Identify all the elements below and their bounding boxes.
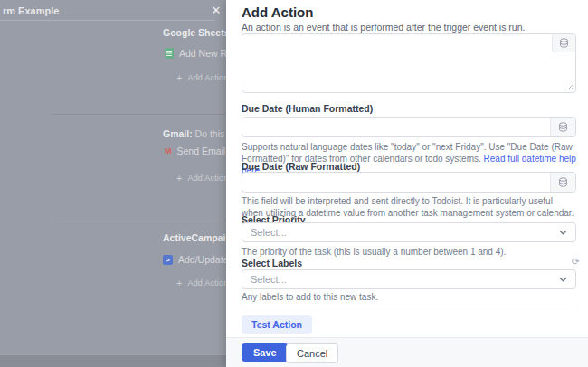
select-labels-label: Select Labels — [242, 258, 302, 268]
app-name: Google Sheets: — [163, 27, 228, 38]
due-date-human-label: Due Date (Human Formatted) — [242, 103, 373, 114]
step-label: Send Email — [177, 146, 226, 156]
plus-icon: + — [176, 72, 182, 83]
add-action-label: Add Action — [187, 278, 228, 287]
titlebar-divider — [0, 20, 214, 21]
workflow-step-add-update-contact[interactable]: > Add/Update Conta — [163, 254, 228, 265]
due-date-human-input[interactable] — [242, 118, 550, 136]
panel-footer: Save Cancel — [226, 337, 588, 367]
resize-handle-icon[interactable] — [567, 84, 574, 90]
due-date-human-field — [242, 117, 576, 137]
add-action-label: Add Action — [187, 73, 228, 82]
database-icon — [558, 122, 568, 132]
close-icon[interactable]: ✕ — [208, 3, 224, 19]
gmail-icon: M — [165, 146, 172, 155]
app-mode: Do this — [195, 128, 225, 139]
workflow-app-gmail: Gmail: Do this — [163, 128, 224, 139]
app-name: Gmail: — [163, 128, 193, 139]
refresh-icon[interactable]: ⟳ — [572, 257, 580, 266]
step-label: Add New Row — [179, 48, 228, 59]
google-sheets-icon — [165, 48, 174, 59]
plus-icon: + — [176, 173, 182, 184]
due-date-raw-field — [242, 172, 576, 193]
add-action-label: Add Action — [187, 174, 228, 183]
workflow-app-google-sheets: Google Sheets: Do t — [163, 27, 228, 38]
database-icon — [559, 38, 569, 48]
add-action-button-activecampaign[interactable]: + Add Action — [176, 278, 228, 288]
panel-subtitle: An action is an event that is performed … — [242, 22, 525, 33]
chevron-down-icon — [559, 230, 567, 235]
select-labels-dropdown[interactable]: Select... — [242, 269, 576, 289]
add-action-panel: Add Action An action is an event that is… — [226, 0, 588, 367]
select-labels-help: Any labels to add to this new task. — [242, 291, 576, 303]
test-action-button[interactable]: Test Action — [242, 315, 312, 334]
insert-data-button[interactable] — [552, 34, 575, 52]
workflow-app-activecampaign: ActiveCampaign: D — [163, 232, 228, 243]
workflow-step-send-email[interactable]: M Send Email — [165, 146, 225, 156]
window-title: rm Example — [3, 5, 59, 16]
cancel-button[interactable]: Cancel — [286, 343, 338, 363]
dimmed-editor-overlay: rm Example ✕ Google Sheets: Do t Add New… — [0, 0, 228, 367]
app-name: ActiveCampaign: — [163, 232, 228, 243]
editor-bottom-bar — [0, 354, 228, 367]
add-action-button-sheets[interactable]: + Add Action — [176, 72, 228, 83]
due-date-raw-label: Due Date (Raw Formatted) — [242, 161, 360, 172]
select-placeholder: Select... — [251, 274, 287, 285]
activecampaign-icon: > — [163, 255, 173, 265]
select-placeholder: Select... — [251, 227, 287, 238]
section-divider — [52, 221, 228, 221]
note-textarea[interactable] — [242, 33, 576, 93]
save-button[interactable]: Save — [242, 343, 289, 362]
panel-divider — [242, 306, 576, 306]
due-date-raw-input[interactable] — [242, 173, 550, 192]
add-action-button-gmail[interactable]: + Add Action — [176, 173, 228, 184]
insert-data-button[interactable] — [550, 118, 575, 136]
insert-data-button[interactable] — [550, 173, 575, 192]
workflow-step-add-new-row[interactable]: Add New Row — [165, 48, 228, 59]
step-label: Add/Update Conta — [178, 254, 228, 265]
select-priority-help: The priority of the task (this is usuall… — [242, 246, 576, 258]
section-divider — [52, 114, 228, 115]
chevron-down-icon — [559, 277, 567, 282]
panel-title: Add Action — [242, 5, 313, 20]
select-priority-dropdown[interactable]: Select... — [242, 222, 576, 242]
database-icon — [558, 177, 568, 187]
plus-icon: + — [176, 278, 182, 288]
